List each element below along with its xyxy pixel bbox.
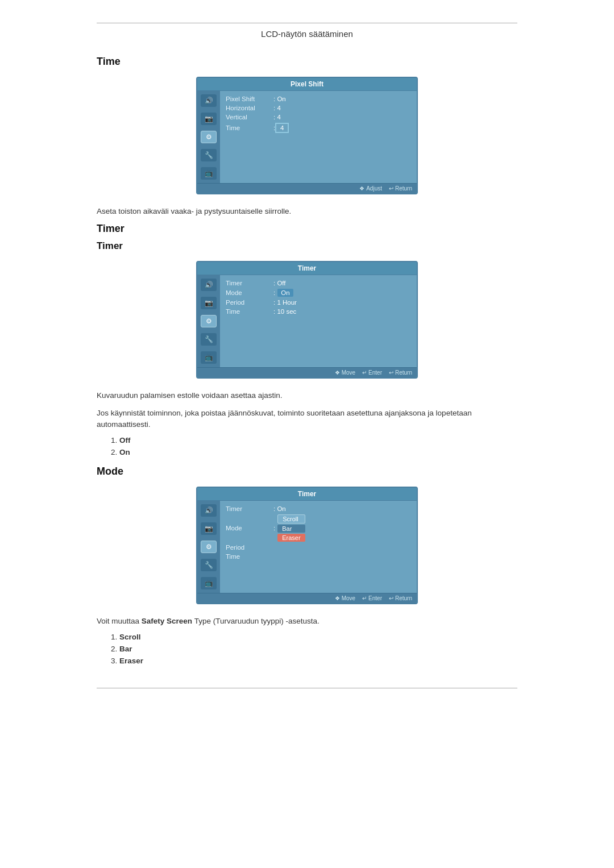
osd-label-mode-mode: Mode xyxy=(226,525,271,531)
sidebar-mode-icon-4: 🔧 xyxy=(201,559,217,571)
mode-list-eraser: Eraser xyxy=(119,657,517,665)
osd-content-timer: Timer : Off Mode : On Period : 1 Hour xyxy=(220,275,417,367)
footer-timer-move: ❖ Move xyxy=(335,369,355,376)
mode-body-text: Voit muuttaa Safety Screen Type (Turvaru… xyxy=(97,616,517,627)
timer-list-item-off: Off xyxy=(119,436,517,445)
sidebar-mode-icon-3-active: ⚙ xyxy=(201,541,217,553)
safety-screen-bold: Safety Screen xyxy=(142,617,192,625)
timer-main-heading-section: Timer xyxy=(97,223,517,235)
osd-title-pixel-shift: Pixel Shift xyxy=(197,78,417,91)
footer-mode-enter: ↵ Enter xyxy=(362,595,382,601)
osd-sidebar-timer: 🔊 📷 ⚙ 🔧 📺 xyxy=(197,275,220,367)
osd-row-time: Time : 4 xyxy=(226,123,411,133)
osd-value-vertical: : 4 xyxy=(273,114,281,121)
osd-row-pixel-shift: Pixel Shift : On xyxy=(226,95,411,102)
mode-return-label: Return xyxy=(395,595,412,601)
osd-body-mode: 🔊 📷 ⚙ 🔧 📺 Timer : On Mode : xyxy=(197,501,417,593)
sidebar-mode-icon-1: 🔊 xyxy=(201,504,217,517)
osd-row-mode-mode: Mode : Scroll Bar Eraser xyxy=(226,514,411,542)
osd-label-mode-period: Period xyxy=(226,544,271,551)
return-icon: ↩ xyxy=(389,185,393,192)
osd-box-mode: Timer 🔊 📷 ⚙ 🔧 📺 Timer : On xyxy=(196,487,418,604)
mode-dropdown-list: Scroll Bar Eraser xyxy=(277,514,305,542)
osd-label-timer-period: Period xyxy=(226,299,271,306)
footer-mode-return: ↩ Return xyxy=(389,595,412,601)
timer-osd: Timer 🔊 📷 ⚙ 🔧 📺 Timer : Off xyxy=(97,261,517,379)
osd-label-mode-timer: Timer xyxy=(226,505,271,512)
time-body-text: Aseta toiston aikaväli vaaka- ja pystysu… xyxy=(97,206,517,217)
osd-label-pixel-shift: Pixel Shift xyxy=(226,95,271,102)
return-label: Return xyxy=(395,185,412,192)
osd-label-timer-timer: Timer xyxy=(226,280,271,286)
time-section: Time Pixel Shift 🔊 📷 ⚙ 🔧 📺 Pixel Shift xyxy=(97,56,517,217)
sidebar-timer-icon-5: 📺 xyxy=(201,351,217,364)
mode-enter-icon: ↵ xyxy=(362,595,367,601)
mode-scroll-label: Scroll xyxy=(119,633,141,641)
mode-bar-label: Bar xyxy=(119,645,132,653)
mode-dropdown-bar: Bar xyxy=(277,525,305,533)
osd-row-timer-time: Time : 10 sec xyxy=(226,308,411,315)
mode-move-icon: ❖ xyxy=(335,595,340,601)
osd-label-timer-time: Time xyxy=(226,308,271,315)
sidebar-icon-2: 📷 xyxy=(201,113,217,125)
timer-off-label: Off xyxy=(119,436,131,445)
osd-row-timer-timer: Timer : Off xyxy=(226,280,411,286)
sidebar-icon-3-active: ⚙ xyxy=(201,131,217,143)
sidebar-timer-icon-4: 🔧 xyxy=(201,333,217,346)
timer-list-item-on: On xyxy=(119,448,517,456)
osd-content-pixel-shift: Pixel Shift : On Horizontal : 4 Vertical… xyxy=(220,91,417,183)
osd-value-timer-mode-val: On xyxy=(277,289,293,297)
bottom-rule xyxy=(97,688,517,688)
osd-label-mode-time: Time xyxy=(226,553,271,560)
osd-row-vertical: Vertical : 4 xyxy=(226,114,411,121)
osd-title-timer: Timer xyxy=(197,262,417,275)
top-rule xyxy=(97,23,517,23)
mode-list: Scroll Bar Eraser xyxy=(119,633,517,665)
footer-timer-enter: ↵ Enter xyxy=(362,369,382,376)
osd-body-pixel-shift: 🔊 📷 ⚙ 🔧 📺 Pixel Shift : On Horizontal xyxy=(197,91,417,183)
sidebar-icon-1: 🔊 xyxy=(201,94,217,107)
pixel-shift-osd: Pixel Shift 🔊 📷 ⚙ 🔧 📺 Pixel Shift : On xyxy=(97,77,517,194)
mode-enter-label: Enter xyxy=(368,595,382,601)
osd-value-mode-mode: : xyxy=(273,525,275,531)
enter-icon: ↵ xyxy=(362,369,367,376)
mode-move-label: Move xyxy=(342,595,355,601)
footer-return: ↩ Return xyxy=(389,185,412,192)
mode-dropdown-scroll: Scroll xyxy=(277,514,305,524)
sidebar-timer-icon-2: 📷 xyxy=(201,297,217,309)
sidebar-mode-icon-2: 📷 xyxy=(201,522,217,535)
osd-value-horizontal: : 4 xyxy=(273,105,281,111)
footer-mode-move: ❖ Move xyxy=(335,595,355,601)
mode-section: Mode Timer 🔊 📷 ⚙ 🔧 📺 Timer xyxy=(97,466,517,665)
osd-label-horizontal: Horizontal xyxy=(226,105,271,111)
adjust-icon: ❖ xyxy=(359,185,364,192)
page-title: LCD-näytön säätäminen xyxy=(97,29,517,39)
osd-footer-timer: ❖ Move ↵ Enter ↩ Return xyxy=(197,367,417,377)
return-icon-timer: ↩ xyxy=(389,369,393,376)
osd-value-time-box: 4 xyxy=(275,123,289,133)
osd-label-time: Time xyxy=(226,124,271,131)
timer-sub-section: Timer Timer 🔊 📷 ⚙ 🔧 📺 Timer xyxy=(97,240,517,456)
mode-osd: Timer 🔊 📷 ⚙ 🔧 📺 Timer : On xyxy=(97,487,517,604)
mode-dropdown-eraser: Eraser xyxy=(277,534,305,542)
osd-row-timer-mode: Mode : On xyxy=(226,289,411,297)
osd-sidebar: 🔊 📷 ⚙ 🔧 📺 xyxy=(197,91,220,183)
osd-row-horizontal: Horizontal : 4 xyxy=(226,105,411,111)
osd-row-timer-period: Period : 1 Hour xyxy=(226,299,411,306)
osd-value-pixel-shift: : On xyxy=(273,95,286,102)
osd-value-mode-timer: : On xyxy=(273,505,286,512)
timer-list: Off On xyxy=(119,436,517,456)
osd-value-timer-timer: : Off xyxy=(273,280,286,286)
sidebar-timer-icon-1: 🔊 xyxy=(201,279,217,291)
timer-on-label: On xyxy=(119,448,130,456)
osd-label-timer-mode: Mode xyxy=(226,289,271,296)
timer-body-text-2: Jos käynnistät toiminnon, joka poistaa j… xyxy=(97,408,517,431)
enter-label: Enter xyxy=(368,369,382,376)
mode-list-bar: Bar xyxy=(119,645,517,653)
osd-value-timer-time: : 10 sec xyxy=(273,308,296,315)
return-label-timer: Return xyxy=(395,369,412,376)
osd-footer-pixel-shift: ❖ Adjust ↩ Return xyxy=(197,183,417,193)
sidebar-icon-4: 🔧 xyxy=(201,149,217,161)
osd-row-mode-period: Period xyxy=(226,544,411,551)
osd-box-pixel-shift: Pixel Shift 🔊 📷 ⚙ 🔧 📺 Pixel Shift : On xyxy=(196,77,418,194)
